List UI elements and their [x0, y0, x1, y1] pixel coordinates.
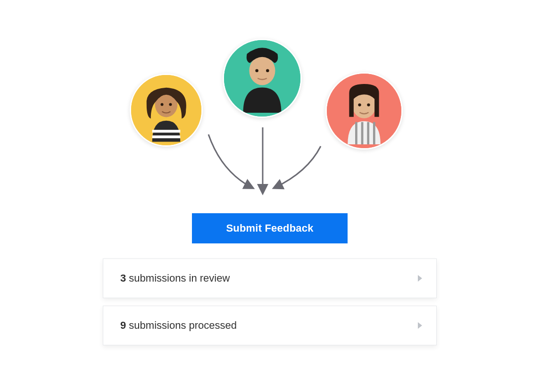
- svg-point-17: [367, 103, 370, 106]
- avatar-user-3: [325, 72, 403, 150]
- processed-count: 9: [120, 319, 126, 331]
- person-icon: [131, 75, 201, 145]
- svg-rect-5: [152, 135, 181, 138]
- svg-point-3: [169, 103, 172, 106]
- svg-rect-14: [367, 122, 369, 144]
- person-icon: [224, 40, 300, 117]
- flow-arrows: [198, 127, 340, 203]
- svg-rect-13: [361, 122, 364, 144]
- svg-point-8: [255, 69, 258, 72]
- feedback-diagram: Submit Feedback 3 submissions in review …: [0, 0, 540, 392]
- person-icon: [327, 74, 401, 148]
- chevron-right-icon: [418, 322, 422, 329]
- avatar-user-2: [223, 39, 302, 118]
- review-label: submissions in review: [126, 272, 230, 284]
- svg-point-9: [266, 69, 269, 72]
- submissions-processed-card[interactable]: 9 submissions processed: [103, 306, 437, 345]
- svg-rect-4: [152, 130, 181, 133]
- submit-feedback-button[interactable]: Submit Feedback: [192, 213, 348, 243]
- card-text: 3 submissions in review: [120, 272, 230, 284]
- svg-rect-12: [355, 122, 357, 144]
- chevron-right-icon: [418, 275, 422, 282]
- svg-point-7: [249, 56, 275, 85]
- review-count: 3: [120, 272, 126, 284]
- processed-label: submissions processed: [126, 319, 237, 331]
- avatar-user-1: [130, 74, 203, 147]
- card-text: 9 submissions processed: [120, 319, 237, 332]
- svg-point-16: [358, 103, 361, 106]
- svg-rect-15: [373, 122, 375, 144]
- submissions-in-review-card[interactable]: 3 submissions in review: [103, 259, 437, 298]
- svg-point-2: [161, 103, 164, 106]
